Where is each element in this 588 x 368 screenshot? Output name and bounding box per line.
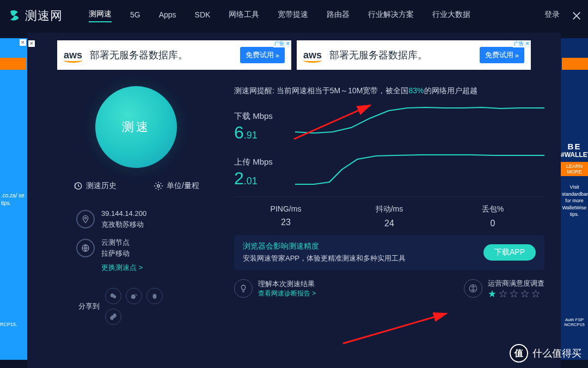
svg-point-1 (157, 185, 160, 188)
ad-text: 部署无服务器数据库。 (329, 49, 480, 62)
start-speedtest-button[interactable]: 测速 (95, 86, 177, 168)
header: 测速网 测网速 5G Apps SDK 网络工具 宽带提速 路由器 行业解决方案… (0, 0, 588, 32)
star-1[interactable] (488, 289, 497, 298)
ad-banner-2[interactable]: 广告 ✕ aws 部署无服务器数据库。 免费试用 » (297, 40, 531, 70)
ad-text: 部署无服务器数据库。 (90, 49, 240, 62)
nav-tools[interactable]: 网络工具 (229, 10, 259, 22)
ip-info: 39.144.14.200 克孜勒苏移动 (54, 208, 218, 230)
nav-solutions[interactable]: 行业解决方案 (368, 10, 414, 22)
metric-ping: PING/ms23 (234, 204, 338, 228)
share-weibo-icon[interactable] (126, 288, 142, 304)
ad-cta-button[interactable]: 免费试用 » (240, 47, 285, 63)
download-label: 下载 Mbps (234, 111, 285, 122)
download-app-button[interactable]: 下载APP (483, 244, 536, 261)
nav: 测网速 5G Apps SDK 网络工具 宽带提速 路由器 行业解决方案 行业大… (89, 9, 470, 22)
isp-name: 克孜勒苏移动 (101, 219, 146, 230)
understand-block: 理解本次测速结果 查看网速诊断报告 > (258, 279, 316, 298)
speedtest-label: 测速 (122, 119, 150, 135)
download-value: 6.91 (234, 123, 285, 143)
ad-banner-1[interactable]: 广告 ✕ aws 部署无服务器数据库。 免费试用 » (57, 40, 291, 70)
survey-title: 运营商满意度调查 (488, 279, 544, 288)
share-link-icon[interactable] (105, 309, 121, 325)
side-ad-left-text: .co.za/ se tips. (1, 192, 27, 207)
nav-apps[interactable]: Apps (159, 10, 176, 21)
bottom-row: 理解本次测速结果 查看网速诊断报告 > 运营商满意度调查 (234, 279, 544, 298)
node-info: 云测节点 拉萨移动 (54, 237, 218, 258)
ip-address: 39.144.14.200 (101, 208, 146, 219)
ad-right-tag: #WALLETWISE (561, 151, 588, 159)
download-chart: 下载 Mbps 6.91 (234, 105, 544, 143)
nav-speedtest[interactable]: 测网速 (89, 9, 112, 22)
diagnosis-link[interactable]: 查看网速诊断报告 > (258, 289, 316, 298)
aws-logo-icon: aws (64, 50, 82, 61)
upload-chart-line (295, 150, 544, 189)
node-name: 拉萨移动 (101, 248, 130, 259)
svg-point-6 (131, 294, 136, 299)
share-qq-icon[interactable] (146, 288, 163, 304)
units-link[interactable]: 单位/量程 (154, 181, 199, 191)
change-node-link[interactable]: 更换测速点 > (54, 263, 218, 273)
logo-icon (7, 8, 22, 23)
ad-cta-button[interactable]: 免费试用 » (480, 47, 524, 63)
bulb-icon (234, 279, 253, 298)
understand-title: 理解本次测速结果 (258, 279, 316, 289)
tip-box: 浏览器会影响测速精度 安装网速管家APP，体验更精准测速和多种实用工具 下载AP… (234, 235, 544, 270)
ad-row: ✕ 广告 ✕ aws 部署无服务器数据库。 免费试用 » 广告 ✕ aws 部署… (27, 33, 561, 70)
side-ad-left[interactable]: ✕ .co.za/ se tips. RCP15. (0, 38, 27, 360)
nav-sdk[interactable]: SDK (195, 10, 211, 21)
metric-loss: 丢包%0 (441, 204, 544, 228)
ad-right-learn[interactable]: LEARN MORE (561, 162, 588, 176)
alert-line: 测速网提醒: 当前网速相当于5M～10M宽带，被全国83%的网络用户超越 (234, 86, 544, 96)
alert-percent: 83% (408, 86, 424, 95)
tip-sub: 安装网速管家APP，体验更精准测速和多种实用工具 (243, 254, 483, 263)
close-ad-left[interactable]: ✕ (20, 39, 26, 46)
close-icon[interactable] (572, 11, 581, 21)
share-label: 分享到 (78, 301, 100, 311)
ad-right-foot: Auth FSP NCRCP15 (561, 317, 588, 327)
history-icon (73, 181, 83, 191)
logo[interactable]: 测速网 (7, 8, 63, 24)
survey-block: 运营商满意度调查 (464, 279, 544, 298)
login-link[interactable]: 登录 (544, 10, 560, 22)
svg-point-2 (84, 217, 86, 219)
share-row: 分享到 (54, 288, 218, 325)
download-chart-line (295, 105, 544, 143)
content: ✕ 广告 ✕ aws 部署无服务器数据库。 免费试用 » 广告 ✕ aws 部署… (27, 33, 561, 368)
ad-label: 广告 ✕ (273, 40, 291, 47)
nav-bigdata[interactable]: 行业大数据 (432, 10, 470, 22)
aws-logo-icon: aws (303, 50, 322, 61)
svg-point-5 (113, 295, 116, 298)
star-5[interactable] (531, 289, 540, 298)
nav-router[interactable]: 路由器 (327, 10, 350, 22)
metric-jitter: 抖动/ms24 (338, 204, 441, 228)
watermark: 值 什么值得买 (510, 344, 581, 363)
operator-icon (464, 279, 482, 298)
share-wechat-icon[interactable] (105, 288, 121, 304)
gear-icon (154, 181, 163, 191)
star-rating (488, 289, 544, 298)
ad-right-desc: Visit standardbank.co.za/walletwise for … (561, 184, 588, 218)
ad-right-be: BE (561, 142, 588, 151)
watermark-text: 什么值得买 (532, 347, 581, 360)
right-panel: 测速网提醒: 当前网速相当于5M～10M宽带，被全国83%的网络用户超越 下载 … (234, 86, 544, 325)
star-3[interactable] (510, 289, 518, 298)
ad-label: 广告 ✕ (513, 40, 531, 47)
star-2[interactable] (499, 289, 507, 298)
history-link[interactable]: 测速历史 (73, 181, 117, 191)
side-ad-right[interactable]: BE #WALLETWISE LEARN MORE Visit standard… (561, 38, 588, 360)
watermark-icon: 值 (510, 344, 528, 363)
tip-title: 浏览器会影响测速精度 (243, 242, 483, 251)
svg-point-7 (153, 294, 157, 299)
location-icon (76, 210, 95, 228)
logo-text: 测速网 (25, 8, 63, 24)
close-ad-top[interactable]: ✕ (28, 40, 35, 47)
upload-chart: 上传 Mbps 2.01 (234, 150, 544, 189)
nav-5g[interactable]: 5G (130, 10, 140, 21)
metrics-row: PING/ms23 抖动/ms24 丢包%0 (234, 196, 544, 228)
star-4[interactable] (520, 289, 529, 298)
upload-value: 2.01 (234, 168, 285, 189)
nav-boost[interactable]: 宽带提速 (278, 10, 308, 22)
globe-icon (76, 239, 95, 257)
left-panel: 测速 测速历史 单位/量程 39.144.14.200 克孜勒苏移动 (54, 86, 218, 325)
node-title: 云测节点 (101, 237, 130, 248)
